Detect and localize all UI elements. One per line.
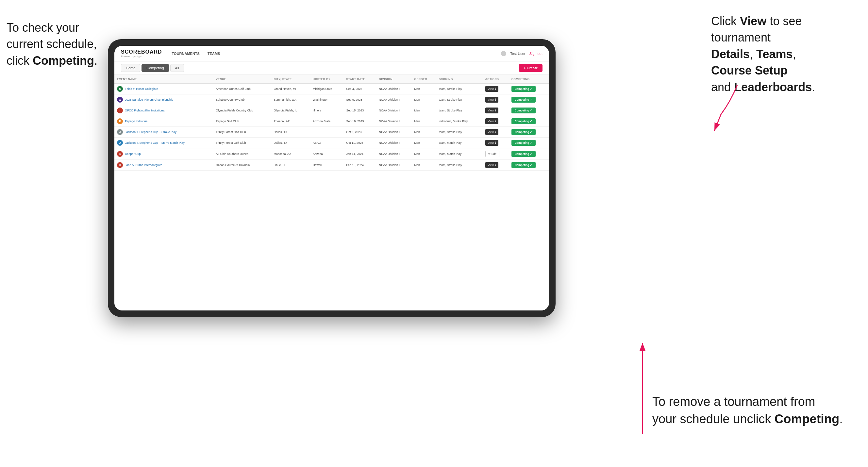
event-name-text[interactable]: Folds of Honor Collegiate [125, 87, 158, 91]
tr-line4: , [750, 48, 756, 61]
tablet-screen: SCOREBOARD Powered by clippi TOURNAMENTS… [114, 46, 549, 310]
cell-division: NCAA Division I [376, 116, 412, 127]
col-hosted-by: HOSTED BY [310, 75, 344, 84]
table-row: J Jackson T. Stephens Cup – Men's Match … [114, 137, 549, 148]
view-button[interactable]: View ℹ [485, 140, 498, 146]
nav-teams[interactable]: TEAMS [208, 50, 220, 57]
view-button[interactable]: View ℹ [485, 86, 498, 92]
brand-title: SCOREBOARD [121, 49, 162, 55]
cell-division: NCAA Division I [376, 105, 412, 116]
cell-hosted-by: Illinois [310, 105, 344, 116]
cell-division: NCAA Division I [376, 137, 412, 148]
cell-city-state: Grand Haven, MI [271, 84, 310, 94]
event-name-text[interactable]: Jackson T. Stephens Cup – Men's Match Pl… [125, 141, 185, 145]
team-logo: H [117, 162, 123, 168]
event-name-text[interactable]: Copper Cup [125, 152, 141, 156]
competing-cell: Competing ✓ [509, 84, 549, 94]
table-row: A Copper Cup Ak-Chin Southern DunesMaric… [114, 148, 549, 160]
annotation-bottom: To remove a tournament from your schedul… [652, 393, 848, 428]
cell-gender: Men [411, 127, 436, 137]
cell-hosted-by: Hawaii [310, 160, 344, 170]
cell-scoring: team, Stroke Play [436, 105, 483, 116]
competing-button[interactable]: Competing ✓ [512, 118, 536, 124]
tr-bold2: Details [711, 48, 750, 61]
view-button[interactable]: View ℹ [485, 118, 498, 124]
cell-venue: Trinity Forest Golf Club [213, 127, 271, 137]
tab-competing[interactable]: Competing [142, 64, 168, 72]
cell-division: NCAA Division I [376, 160, 412, 170]
cell-hosted-by: ABAC [310, 137, 344, 148]
cell-city-state: Lihue, HI [271, 160, 310, 170]
team-logo: I [117, 107, 123, 114]
bottom-line2: your schedule unclick [652, 412, 775, 426]
competing-cell: Competing ✓ [509, 160, 549, 170]
competing-button[interactable]: Competing ✓ [512, 97, 536, 103]
team-logo: J [117, 140, 123, 146]
col-venue: VENUE [213, 75, 271, 84]
event-name-cell: J Jackson T. Stephens Cup – Men's Match … [114, 137, 213, 148]
event-name-text[interactable]: John A. Burns Intercollegiate [125, 163, 162, 167]
create-button[interactable]: + Create [519, 64, 542, 72]
event-name-text[interactable]: OFCC Fighting Illini Invitational [125, 109, 165, 112]
cell-venue: Sahalee Country Club [213, 94, 271, 105]
view-button[interactable]: View ℹ [485, 129, 498, 135]
competing-button[interactable]: Competing ✓ [512, 129, 536, 135]
event-name-cell: J Jackson T. Stephens Cup – Stroke Play [114, 127, 213, 137]
cell-scoring: team, Match Play [436, 137, 483, 148]
cell-city-state: Maricopa, AZ [271, 148, 310, 160]
cell-city-state: Olympia Fields, IL [271, 105, 310, 116]
tab-all[interactable]: All [170, 64, 184, 72]
annotation-bold-competing: Competing [33, 54, 94, 67]
competing-cell: Competing ✓ [509, 116, 549, 127]
actions-cell: View ℹ [483, 84, 509, 94]
cell-hosted-by: Arizona [310, 148, 344, 160]
cell-venue: Olympia Fields Country Club [213, 105, 271, 116]
competing-button[interactable]: Competing ✓ [512, 86, 536, 92]
view-button[interactable]: View ℹ [485, 97, 498, 103]
actions-cell: ✏ Edit [483, 148, 509, 160]
actions-cell: View ℹ [483, 94, 509, 105]
nav-tournaments[interactable]: TOURNAMENTS [172, 50, 200, 57]
competing-cell: Competing ✓ [509, 127, 549, 137]
cell-division: NCAA Division I [376, 94, 412, 105]
competing-button[interactable]: Competing ✓ [512, 162, 536, 168]
tr-end: . [812, 81, 815, 94]
table-row: J Jackson T. Stephens Cup – Stroke Play … [114, 127, 549, 137]
event-name-text[interactable]: Papago Individual [125, 120, 148, 123]
cell-start-date: Jan 14, 2024 [344, 148, 376, 160]
actions-cell: View ℹ [483, 105, 509, 116]
tr-bold4: Course Setup [711, 64, 787, 77]
competing-button[interactable]: Competing ✓ [512, 140, 536, 146]
signout-link[interactable]: Sign out [529, 52, 542, 56]
cell-scoring: team, Stroke Play [436, 127, 483, 137]
cell-venue: American Dunes Golf Club [213, 84, 271, 94]
annotation-line2: current schedule, [6, 37, 97, 51]
competing-button[interactable]: Competing ✓ [512, 107, 536, 114]
team-logo: P [117, 118, 123, 124]
annotation-line3: click [6, 54, 33, 67]
table-row: H John A. Burns Intercollegiate Ocean Co… [114, 160, 549, 170]
brand-sub: Powered by clippi [121, 55, 162, 58]
view-button[interactable]: View ℹ [485, 162, 498, 168]
team-logo: S [117, 86, 123, 92]
edit-button[interactable]: ✏ Edit [485, 151, 499, 157]
event-name-cell: A Copper Cup [114, 148, 213, 160]
table-row: I OFCC Fighting Illini Invitational Olym… [114, 105, 549, 116]
event-name-text[interactable]: 2023 Sahalee Players Championship [125, 98, 173, 101]
nav-right: Test User Sign out [501, 51, 542, 56]
event-name-cell: I OFCC Fighting Illini Invitational [114, 105, 213, 116]
competing-cell: Competing ✓ [509, 105, 549, 116]
view-button[interactable]: View ℹ [485, 107, 498, 114]
cell-hosted-by [310, 127, 344, 137]
tablet-device: SCOREBOARD Powered by clippi TOURNAMENTS… [108, 39, 556, 317]
tr-line5: , [793, 48, 796, 61]
col-city-state: CITY, STATE [271, 75, 310, 84]
team-logo: J [117, 129, 123, 135]
cell-gender: Men [411, 84, 436, 94]
cell-venue: Ak-Chin Southern Dunes [213, 148, 271, 160]
cell-start-date: Feb 15, 2024 [344, 160, 376, 170]
competing-cell: Competing ✓ [509, 148, 549, 160]
tab-home[interactable]: Home [121, 64, 140, 72]
competing-button[interactable]: Competing ✓ [512, 151, 536, 157]
event-name-text[interactable]: Jackson T. Stephens Cup – Stroke Play [125, 130, 177, 134]
